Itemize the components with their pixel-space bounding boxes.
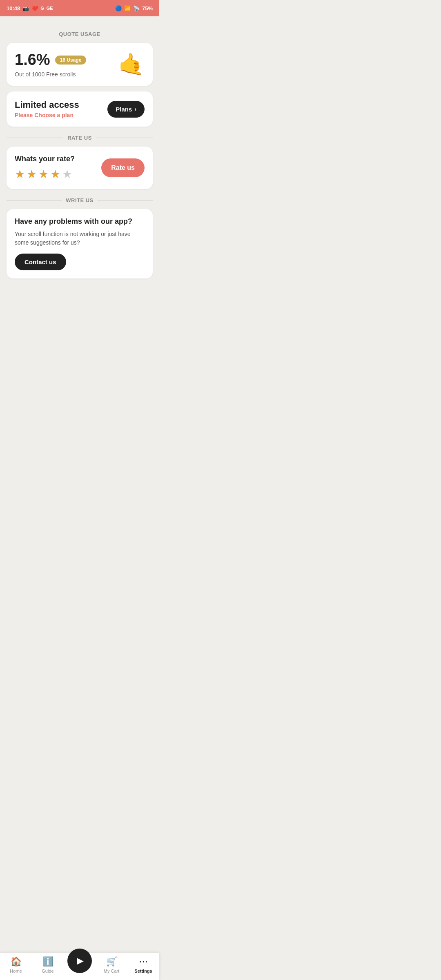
star-4[interactable]: ★ bbox=[50, 167, 60, 181]
access-info: Limited access Please Choose a plan bbox=[15, 100, 79, 118]
star-1[interactable]: ★ bbox=[15, 167, 25, 181]
heart-icon: ❤️ bbox=[31, 5, 38, 11]
access-title: Limited access bbox=[15, 100, 79, 110]
quote-usage-section-header: QUOTE USAGE bbox=[7, 31, 153, 37]
chevron-right-icon: › bbox=[134, 106, 136, 112]
contact-us-button[interactable]: Contact us bbox=[15, 254, 66, 270]
rate-us-card: Whats your rate? ★ ★ ★ ★ ★ Rate us bbox=[7, 147, 153, 189]
star-rating[interactable]: ★ ★ ★ ★ ★ bbox=[15, 167, 75, 181]
status-bar: 10:48 📷 ❤️ G GE 🔵 📶 📡 75% bbox=[0, 0, 159, 16]
write-us-section-header: WRITE US bbox=[7, 197, 153, 203]
rate-info: Whats your rate? ★ ★ ★ ★ ★ bbox=[15, 155, 75, 181]
rate-question: Whats your rate? bbox=[15, 155, 75, 163]
write-body: Your scroll function is not working or j… bbox=[15, 230, 145, 247]
rate-header-line-left bbox=[7, 138, 63, 138]
star-5[interactable]: ★ bbox=[62, 167, 72, 181]
write-title: Have any problems with our app? bbox=[15, 217, 145, 226]
quote-usage-card: 1.6% 16 Usage Out of 1000 Free scrolls 🤙 bbox=[7, 43, 153, 86]
rate-us-button-label: Rate us bbox=[111, 164, 135, 171]
signal-icon: 📡 bbox=[133, 5, 140, 11]
rate-us-button[interactable]: Rate us bbox=[101, 158, 145, 177]
write-header-line-right bbox=[98, 200, 153, 200]
usage-emoji: 🤙 bbox=[118, 52, 145, 77]
rate-header-line-right bbox=[96, 138, 153, 138]
contact-us-label: Contact us bbox=[24, 258, 56, 265]
status-right: 🔵 📶 📡 75% bbox=[115, 5, 153, 11]
status-time: 10:48 bbox=[7, 5, 20, 11]
write-header-line-left bbox=[7, 200, 62, 200]
access-subtitle: Please Choose a plan bbox=[15, 112, 79, 118]
wifi-icon: 📶 bbox=[124, 5, 131, 11]
limited-access-card: Limited access Please Choose a plan Plan… bbox=[7, 91, 153, 127]
header-line-right bbox=[105, 34, 153, 34]
ge-icon: GE bbox=[47, 6, 53, 11]
battery-icon: 75% bbox=[142, 5, 153, 11]
header-line-left bbox=[7, 34, 55, 34]
usage-badge: 16 Usage bbox=[55, 56, 87, 65]
camera-icon: 📷 bbox=[22, 5, 29, 11]
usage-percentage: 1.6% bbox=[15, 51, 50, 69]
main-content: QUOTE USAGE 1.6% 16 Usage Out of 1000 Fr… bbox=[0, 16, 159, 325]
quote-usage-label: QUOTE USAGE bbox=[59, 31, 100, 37]
write-us-label: WRITE US bbox=[66, 197, 94, 203]
usage-info: 1.6% 16 Usage Out of 1000 Free scrolls bbox=[15, 51, 86, 78]
plans-button[interactable]: Plans › bbox=[107, 101, 145, 118]
star-2[interactable]: ★ bbox=[27, 167, 37, 181]
write-us-card: Have any problems with our app? Your scr… bbox=[7, 209, 153, 278]
google-icon: G bbox=[40, 6, 44, 11]
bluetooth-icon: 🔵 bbox=[115, 5, 122, 11]
status-left: 10:48 📷 ❤️ G GE bbox=[7, 5, 53, 11]
plans-label: Plans bbox=[116, 106, 132, 113]
rate-us-label: RATE US bbox=[67, 135, 92, 141]
usage-subtitle: Out of 1000 Free scrolls bbox=[15, 71, 86, 78]
rate-us-section-header: RATE US bbox=[7, 135, 153, 141]
star-3[interactable]: ★ bbox=[38, 167, 49, 181]
